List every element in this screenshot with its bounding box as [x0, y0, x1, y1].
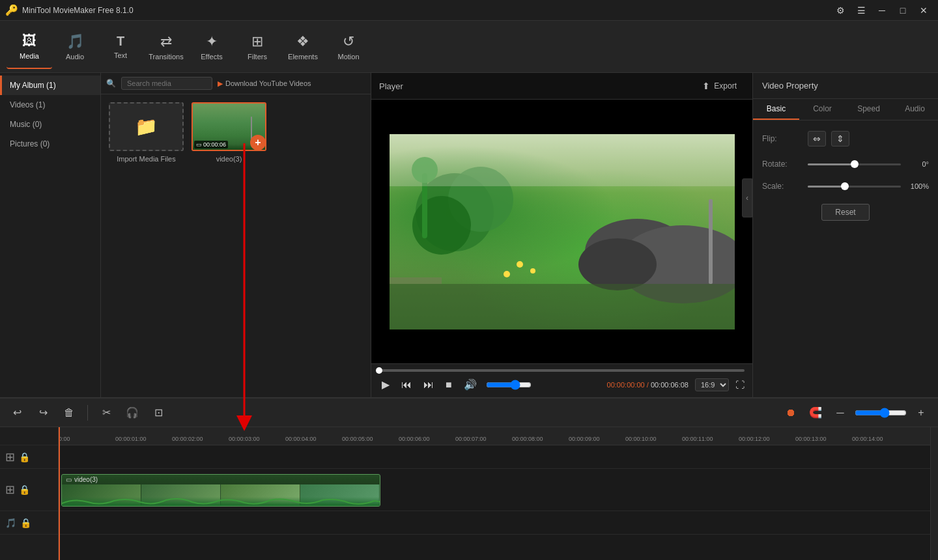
prev-button[interactable]: ⏮	[399, 378, 414, 392]
flip-label: Flip:	[762, 134, 808, 143]
flip-horizontal-btn[interactable]: ⇔	[808, 131, 826, 147]
elements-label: Elements	[288, 53, 318, 61]
album-sidebar: My Album (1) Videos (1) Music (0) Pictur…	[0, 73, 101, 397]
video-track-row: ▭ video(3)	[59, 469, 930, 511]
add-track-icon-2[interactable]: ⊞	[5, 483, 15, 497]
toolbar-item-media[interactable]: 🖼 Media	[7, 25, 52, 69]
video-clip[interactable]: ▭ video(3)	[61, 474, 380, 507]
tab-basic[interactable]: Basic	[753, 99, 799, 120]
redo-button[interactable]: ↪	[33, 404, 53, 422]
timeline-ruler: 0:00 00:00:01:00 00:00:02:00 00:00:03:00…	[59, 427, 930, 445]
add-track-icon[interactable]: ⊞	[5, 450, 15, 464]
timeline-playhead[interactable]	[59, 427, 60, 560]
zoom-out-btn[interactable]: ─	[830, 404, 851, 422]
next-button[interactable]: ⏭	[421, 378, 436, 392]
media-label: Media	[20, 52, 39, 60]
audio-button[interactable]: 🎧	[122, 404, 143, 422]
preview-frame	[390, 134, 735, 329]
scale-row: Scale: 100%	[762, 182, 929, 191]
flip-vertical-btn[interactable]: ⇕	[831, 131, 849, 147]
close-btn[interactable]: ✕	[915, 1, 933, 20]
toolbar-item-motion[interactable]: ↺ Motion	[326, 25, 371, 69]
flip-controls: ⇔ ⇕	[808, 131, 929, 147]
rotate-value: 0°	[906, 160, 929, 168]
tab-audio[interactable]: Audio	[892, 99, 938, 120]
scale-slider[interactable]	[808, 186, 901, 188]
search-input[interactable]	[121, 77, 212, 90]
reset-button[interactable]: Reset	[821, 204, 869, 221]
rotate-slider[interactable]	[808, 163, 901, 165]
media-grid: 📁 Import Media Files	[101, 94, 371, 397]
maximize-btn[interactable]: □	[894, 1, 912, 20]
titlebar: 🔑 MiniTool MovieMaker Free 8.1.0 ⚙ ☰ ─ □…	[0, 0, 938, 21]
progress-bar[interactable]	[379, 369, 745, 372]
empty-track-row	[59, 445, 930, 469]
audio-lock-icon[interactable]: 🔒	[20, 518, 31, 528]
scale-value: 100%	[906, 182, 929, 190]
menu-btn[interactable]: ☰	[852, 1, 870, 20]
minimize-btn[interactable]: ─	[873, 1, 891, 20]
undo-button[interactable]: ↩	[7, 404, 27, 422]
sidebar-item-myalbum[interactable]: My Album (1)	[0, 76, 100, 95]
tab-speed[interactable]: Speed	[846, 99, 892, 120]
sidebar-item-pictures[interactable]: Pictures (0)	[0, 134, 100, 154]
lock-icon-2[interactable]: 🔒	[19, 484, 30, 495]
player-area: Player ⬆ Export	[371, 73, 752, 397]
filters-label: Filters	[248, 53, 267, 61]
filters-icon: ⊞	[251, 33, 263, 50]
zoom-slider[interactable]	[855, 408, 907, 418]
toolbar-item-transitions[interactable]: ⇄ Transitions	[143, 25, 189, 69]
video-property-panel: Video Property Basic Color Speed Audio F…	[752, 73, 938, 397]
fullscreen-button[interactable]: ⛶	[735, 380, 745, 390]
video-label: video(3)	[216, 155, 242, 163]
video-preview	[371, 100, 752, 363]
video-thumb[interactable]: ▭ 00:00:06 +	[192, 102, 266, 151]
export-button[interactable]: ⬆ Export	[694, 78, 745, 94]
music-icon: 🎵	[5, 518, 16, 528]
toolbar: 🖼 Media 🎵 Audio T Text ⇄ Transitions ✦ E…	[0, 21, 938, 73]
clip-header: ▭ video(3)	[62, 475, 380, 484]
timeline-scrollbar[interactable]	[930, 427, 938, 560]
video-track-control-2: ⊞ 🔒	[0, 469, 58, 511]
toolbar-item-text[interactable]: T Text	[98, 25, 143, 69]
panel-collapse-arrow[interactable]: ‹	[742, 178, 752, 217]
import-media-item[interactable]: 📁 Import Media Files	[109, 102, 184, 163]
sidebar-item-music[interactable]: Music (0)	[0, 115, 100, 134]
property-tabs: Basic Color Speed Audio	[753, 99, 938, 120]
magnet-btn[interactable]: 🧲	[805, 404, 826, 422]
svg-point-2	[578, 238, 657, 290]
svg-point-5	[412, 196, 471, 255]
toolbar-item-elements[interactable]: ❖ Elements	[280, 25, 326, 69]
video-lock-icon[interactable]: 🔒	[19, 452, 30, 462]
clip-icon: ▭	[66, 476, 72, 483]
svg-point-10	[517, 261, 523, 268]
record-btn[interactable]: ⏺	[780, 404, 801, 422]
property-content: Flip: ⇔ ⇕ Rotate: 0° Scale:	[753, 120, 938, 397]
video-media-item[interactable]: ▭ 00:00:06 + video(3)	[192, 102, 266, 163]
settings-btn[interactable]: ⚙	[831, 1, 849, 20]
audio-label: Audio	[66, 53, 84, 61]
volume-slider[interactable]	[486, 380, 532, 390]
zoom-in-btn[interactable]: +	[911, 404, 931, 422]
add-to-timeline-btn[interactable]: +	[250, 135, 266, 150]
svg-point-12	[504, 271, 510, 277]
main-layout: My Album (1) Videos (1) Music (0) Pictur…	[0, 73, 938, 397]
progress-knob[interactable]	[376, 367, 382, 374]
crop-button[interactable]: ⊡	[148, 404, 169, 422]
left-panel: My Album (1) Videos (1) Music (0) Pictur…	[0, 73, 371, 397]
rotate-controls: 0°	[808, 160, 929, 168]
tab-color[interactable]: Color	[799, 99, 846, 120]
stop-button[interactable]: ■	[443, 378, 455, 392]
folder-icon: 📁	[135, 116, 158, 137]
toolbar-item-audio[interactable]: 🎵 Audio	[52, 25, 98, 69]
volume-button[interactable]: 🔊	[461, 377, 479, 392]
toolbar-item-filters[interactable]: ⊞ Filters	[234, 25, 280, 69]
youtube-download-btn[interactable]: ▶ Download YouTube Videos	[218, 79, 311, 88]
aspect-ratio-select[interactable]: 16:9	[695, 378, 729, 391]
play-button[interactable]: ▶	[379, 377, 392, 392]
app-icon: 🔑	[5, 4, 18, 16]
toolbar-item-effects[interactable]: ✦ Effects	[189, 25, 234, 69]
sidebar-item-videos[interactable]: Videos (1)	[0, 95, 100, 115]
cut-button[interactable]: ✂	[96, 404, 117, 422]
delete-button[interactable]: 🗑	[59, 404, 79, 422]
